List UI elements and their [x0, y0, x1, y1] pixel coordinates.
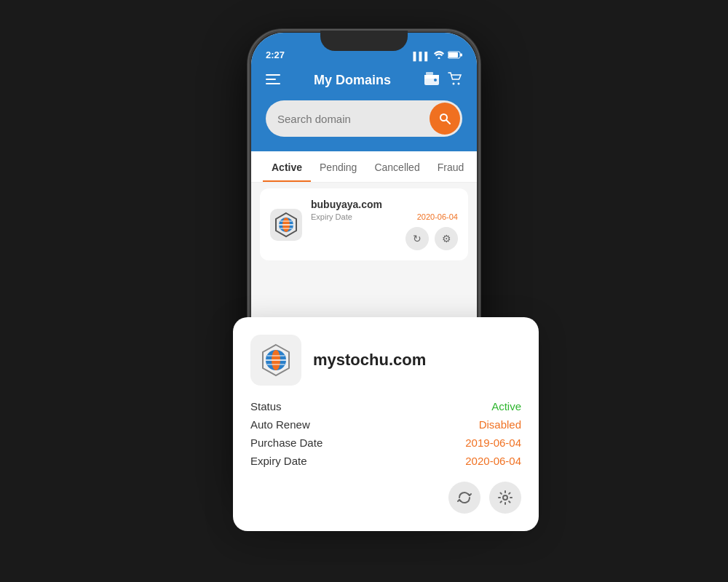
wifi-icon	[434, 51, 444, 60]
wallet-icon[interactable]	[424, 72, 439, 89]
battery-icon	[448, 51, 462, 60]
tab-cancelled[interactable]: Cancelled	[365, 151, 428, 182]
tab-pending[interactable]: Pending	[311, 151, 365, 182]
expiry-value: 2020-06-04	[417, 212, 458, 221]
card-row-purchase-date: Purchase Date 2019-06-04	[250, 436, 521, 449]
svg-rect-3	[460, 54, 462, 57]
svg-point-11	[453, 83, 455, 85]
status-time: 2:27	[266, 49, 285, 60]
auto-renew-value: Disabled	[479, 418, 521, 431]
search-section	[251, 100, 477, 151]
scene: 2:27 ▌▌▌	[211, 29, 517, 553]
tabs: Active Pending Cancelled Fraud	[251, 151, 477, 183]
purchase-date-value: 2019-06-04	[465, 436, 521, 449]
status-icons: ▌▌▌	[414, 51, 462, 60]
svg-rect-2	[448, 52, 458, 57]
svg-rect-9	[426, 72, 433, 75]
expiry-date-value: 2020-06-04	[465, 455, 521, 467]
cart-icon[interactable]	[448, 72, 462, 89]
card-row-auto-renew: Auto Renew Disabled	[250, 418, 521, 431]
domain-item-bubuyaya[interactable]: bubuyaya.com Expiry Date 2020-06-04 ↻ ⚙	[260, 188, 468, 260]
svg-rect-6	[266, 83, 280, 84]
phone-notch	[320, 31, 408, 51]
header-icons	[424, 72, 462, 89]
settings-button[interactable]: ⚙	[435, 227, 458, 250]
status-label: Status	[250, 400, 282, 412]
card-settings-button[interactable]	[489, 482, 521, 514]
tab-active[interactable]: Active	[263, 151, 311, 182]
purchase-date-label: Purchase Date	[250, 436, 323, 449]
domain-actions: ↻ ⚙	[311, 227, 458, 250]
expiry-label: Expiry Date	[311, 212, 352, 221]
card-actions	[250, 482, 521, 514]
renew-button[interactable]: ↻	[405, 227, 429, 250]
svg-point-27	[503, 495, 507, 500]
card-rows: Status Active Auto Renew Disabled Purcha…	[250, 400, 521, 467]
auto-renew-label: Auto Renew	[250, 418, 310, 431]
app-title: My Domains	[314, 73, 391, 88]
svg-rect-5	[266, 79, 276, 80]
menu-icon[interactable]	[266, 73, 280, 88]
search-input[interactable]	[266, 104, 427, 134]
domain-detail: Expiry Date 2020-06-04	[311, 212, 458, 221]
tab-fraud[interactable]: Fraud	[429, 151, 473, 182]
signal-icon: ▌▌▌	[414, 52, 430, 60]
card-row-status: Status Active	[250, 400, 521, 412]
domain-name: bubuyaya.com	[311, 199, 458, 210]
svg-point-10	[434, 79, 437, 81]
svg-point-0	[438, 57, 440, 60]
card-header: mystochu.com	[250, 335, 521, 386]
expiry-date-label: Expiry Date	[250, 455, 307, 467]
detail-card: mystochu.com Status Active Auto Renew Di…	[233, 317, 539, 531]
app-header: My Domains	[251, 65, 477, 100]
search-bar	[266, 100, 462, 137]
svg-line-14	[446, 120, 450, 124]
card-domain-name: mystochu.com	[313, 351, 426, 370]
search-button[interactable]	[430, 103, 460, 135]
svg-rect-4	[266, 74, 280, 76]
domain-info: bubuyaya.com Expiry Date 2020-06-04 ↻ ⚙	[311, 199, 458, 250]
card-row-expiry-date: Expiry Date 2020-06-04	[250, 455, 521, 467]
card-logo	[250, 335, 301, 386]
svg-rect-8	[424, 75, 439, 79]
domain-logo	[270, 209, 302, 241]
card-renew-button[interactable]	[448, 482, 480, 514]
status-value: Active	[491, 400, 521, 412]
svg-point-12	[458, 83, 460, 85]
